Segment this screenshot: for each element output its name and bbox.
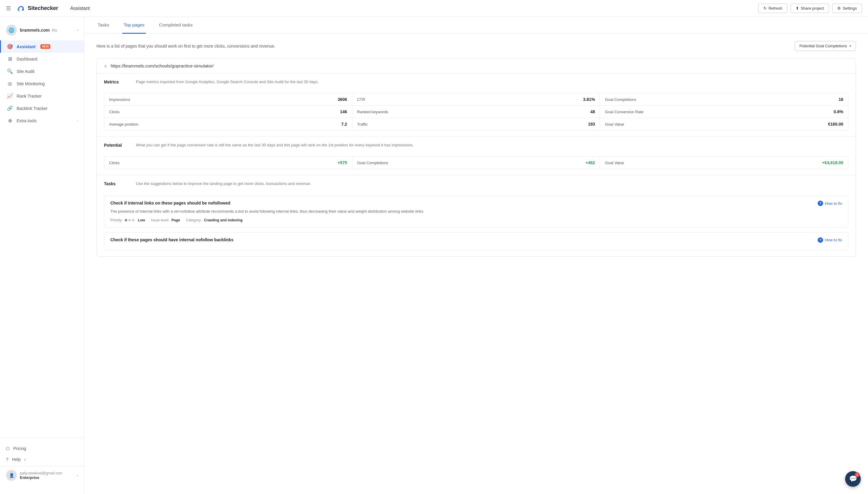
metrics-title: Metrics	[104, 79, 131, 84]
metric-ranked-keywords: Ranked keywords 48	[352, 106, 601, 118]
assistant-icon: 🎯	[7, 44, 13, 50]
hamburger-menu[interactable]: ☰	[6, 5, 11, 12]
metric-label-impressions: Impressions	[109, 97, 130, 102]
metric-label-ranked-keywords: Ranked keywords	[357, 110, 388, 114]
chat-notification-badge: 1	[855, 472, 860, 477]
sidebar-item-dashboard[interactable]: ⊞ Dashboard	[0, 53, 84, 65]
potential-title: Potential	[104, 143, 131, 148]
dot-3	[132, 219, 134, 222]
task-header-2: Check if these pages should have interna…	[110, 238, 842, 243]
sidebar-item-extra-tools[interactable]: ⊕ Extra tools ›	[0, 114, 84, 127]
task-priority-1: Priority: Low	[110, 218, 145, 222]
user-tld: RU	[52, 28, 57, 33]
help-chevron-right-icon: ›	[24, 457, 26, 462]
tab-top-pages[interactable]: Top pages	[122, 17, 146, 34]
nav-actions: ↻ Refresh ⬆ Share project ⚙ Settings	[758, 4, 862, 13]
sidebar-label-dashboard: Dashboard	[17, 57, 37, 61]
tasks-section: Tasks Use the suggestions below to impro…	[97, 175, 856, 256]
priority-value-1: Low	[138, 218, 145, 222]
top-navigation: ☰ Sitechecker Assistant ↻ Refresh ⬆ Shar…	[0, 0, 868, 17]
sidebar-nav: 🎯 Assistant NEW ⊞ Dashboard 🔍 Site Audit…	[0, 40, 84, 438]
how-to-fix-button-1[interactable]: ? How to fix	[818, 201, 842, 206]
potential-value-goal-completions: +462	[586, 160, 595, 165]
how-to-fix-icon-2: ?	[818, 238, 823, 243]
user-domain-container: brammels.com RU	[20, 28, 57, 33]
site-audit-icon: 🔍	[7, 69, 13, 74]
site-monitoring-icon: ◎	[7, 81, 13, 87]
metric-label-traffic: Traffic	[357, 122, 368, 127]
task-title-2: Check if these pages should have interna…	[110, 238, 233, 242]
metric-label-goal-conversion-rate: Goal Conversion Rate	[605, 110, 644, 114]
sidebar: 🌐 brammels.com RU › 🎯 Assistant NEW ⊞ Da…	[0, 17, 85, 494]
refresh-button[interactable]: ↻ Refresh	[758, 4, 788, 13]
sidebar-label-help: Help	[12, 457, 21, 462]
sidebar-item-assistant[interactable]: 🎯 Assistant NEW	[0, 40, 84, 53]
sidebar-item-backlink-tracker[interactable]: 🔗 Backlink Tracker	[0, 102, 84, 114]
gear-icon: ⚙	[837, 6, 841, 11]
account-avatar: 👤	[6, 470, 17, 481]
potential-description: What you can get if the page conversion …	[136, 143, 413, 147]
tasks-description: Use the suggestions below to improve the…	[136, 181, 311, 186]
issue-level-value-1: Page	[171, 218, 180, 222]
svg-point-1	[22, 9, 24, 11]
potential-grid: Clicks +575 Goal Completions +462 Goal V…	[104, 156, 848, 169]
sidebar-item-site-monitoring[interactable]: ◎ Site Monitoring	[0, 77, 84, 90]
potential-label-goal-completions: Goal Completions	[357, 160, 388, 165]
how-to-fix-label-2: How to fix	[825, 238, 842, 242]
settings-button[interactable]: ⚙ Settings	[832, 4, 862, 13]
page-title: Assistant	[70, 6, 90, 11]
metric-label-clicks: Clicks	[109, 110, 119, 114]
content-description: Here is a list of pages that you should …	[96, 44, 275, 49]
sidebar-label-assistant: Assistant	[17, 44, 36, 49]
priority-dots-1	[125, 219, 134, 222]
potential-section: Potential What you can get if the page c…	[97, 137, 856, 175]
potential-label-clicks: Clicks	[109, 160, 119, 165]
sidebar-label-site-audit: Site Audit	[17, 69, 34, 74]
sidebar-label-rank-tracker: Rank Tracker	[17, 94, 42, 98]
extra-tools-icon: ⊕	[7, 118, 13, 124]
sidebar-user[interactable]: 🌐 brammels.com RU ›	[0, 22, 84, 40]
metric-value-goal-value: €160.00	[828, 122, 843, 127]
tab-completed-tasks[interactable]: Completed tasks	[158, 17, 194, 34]
task-issue-level-1: Issue level: Page	[151, 218, 180, 222]
sidebar-label-pricing: Pricing	[13, 446, 26, 451]
page-card-header[interactable]: ∧ https://brammels.com/schools/gopractic…	[97, 58, 856, 74]
sidebar-item-site-audit[interactable]: 🔍 Site Audit	[0, 65, 84, 77]
tabs-bar: Tasks Top pages Completed tasks	[85, 17, 868, 34]
dropdown-label: Potential Goal Completions	[799, 44, 847, 48]
how-to-fix-label-1: How to fix	[825, 201, 842, 206]
collapse-icon[interactable]: ∧	[104, 63, 107, 69]
task-card-2: Check if these pages should have interna…	[104, 232, 848, 250]
potential-clicks: Clicks +575	[104, 157, 352, 169]
logo-icon	[16, 4, 25, 13]
tab-tasks[interactable]: Tasks	[96, 17, 110, 34]
metric-value-goal-completions: 16	[838, 97, 843, 102]
goal-completions-dropdown[interactable]: Potential Goal Completions ▾	[795, 41, 856, 51]
sidebar-label-site-monitoring: Site Monitoring	[17, 81, 44, 86]
task-meta-1: Priority: Low Issue level: Page	[110, 218, 842, 222]
metrics-header: Metrics Page metrics imported from Googl…	[104, 79, 848, 89]
user-chevron-right-icon: ›	[77, 28, 78, 32]
metric-clicks: Clicks 146	[104, 106, 352, 118]
task-description-1: The presence of internal links with a re…	[110, 208, 842, 214]
new-badge: NEW	[40, 44, 50, 49]
tasks-title: Tasks	[104, 181, 131, 186]
metric-goal-completions: Goal Completions 16	[600, 93, 848, 106]
share-project-button[interactable]: ⬆ Share project	[791, 4, 829, 13]
potential-goal-value: Goal Value +€4,618.00	[600, 157, 848, 169]
chat-bubble[interactable]: 💬 1	[845, 471, 861, 487]
user-domain: brammels.com	[20, 28, 50, 33]
metrics-description: Page metrics imported from Google Analyt…	[136, 79, 318, 84]
how-to-fix-button-2[interactable]: ? How to fix	[818, 238, 842, 243]
sidebar-item-pricing[interactable]: ⬡ Pricing	[0, 443, 84, 454]
metric-label-ctr: CTR	[357, 97, 365, 102]
svg-point-0	[18, 10, 20, 11]
sidebar-item-rank-tracker[interactable]: 📈 Rank Tracker	[0, 90, 84, 102]
metric-label-goal-value: Goal Value	[605, 122, 624, 127]
sidebar-item-help[interactable]: ? Help ›	[0, 454, 84, 465]
metric-value-ctr: 3.81%	[583, 97, 595, 102]
task-header-1: Check if internal links on these pages s…	[110, 201, 842, 206]
task-category-1: Category: Crawling and indexing	[186, 218, 242, 222]
sidebar-account[interactable]: 👤 paliy.newlevel@gmail.com Enterprise ›	[0, 466, 84, 484]
main-content: Tasks Top pages Completed tasks Here is …	[85, 17, 868, 494]
